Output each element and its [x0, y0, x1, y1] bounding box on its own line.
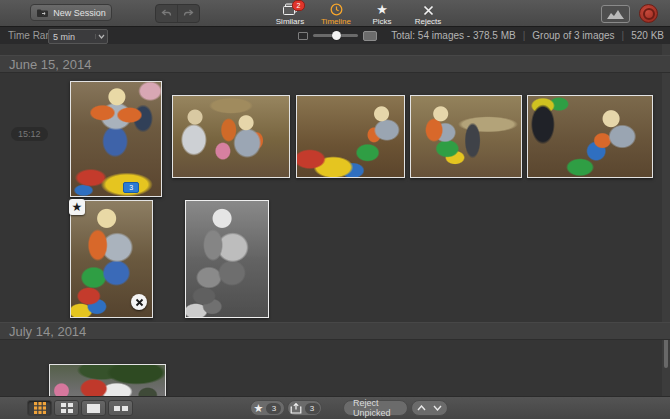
- thumbnail-size-slider: [298, 27, 377, 44]
- photo-thumbnail[interactable]: [527, 95, 653, 178]
- similars-count-badge: 2: [292, 0, 305, 11]
- undo-arrow-icon: [161, 9, 172, 18]
- divider: |: [523, 27, 526, 44]
- view-single-button[interactable]: [81, 400, 106, 416]
- grid-3x3-icon: [34, 402, 46, 414]
- photo-culling-app-window: New Session 2 Similars Time: [0, 0, 670, 419]
- redo-arrow-icon: [183, 9, 194, 18]
- small-thumbnail-icon: [298, 32, 308, 40]
- time-range-value: 5 min: [49, 32, 95, 42]
- star-icon: ★: [254, 401, 264, 415]
- folder-plus-icon: [36, 8, 49, 18]
- picks-star-icon: ★: [376, 1, 388, 16]
- grid-2x2-icon: [61, 403, 73, 413]
- bottom-toolbar: ★ 3 3 Reject Unpicked: [0, 396, 670, 419]
- mode-tabs: 2 Similars Timeline ★ Picks Rejects: [272, 1, 446, 26]
- slider-thumb[interactable]: [332, 31, 341, 40]
- large-thumbnail-icon: [363, 31, 377, 41]
- histogram-panel-button[interactable]: [601, 5, 630, 23]
- picks-count-button[interactable]: ★ 3: [250, 400, 285, 416]
- single-image-icon: [87, 404, 100, 413]
- histogram-icon: [607, 10, 624, 19]
- picked-star-badge[interactable]: ★: [69, 199, 85, 215]
- timestamp-pill: 15:12: [11, 127, 48, 141]
- chevron-down-icon: [433, 405, 442, 411]
- photo-thumbnail[interactable]: [49, 364, 166, 397]
- group-info-text: Group of 3 images: [532, 27, 614, 44]
- slider-track[interactable]: [313, 34, 358, 37]
- group-navigation: [411, 400, 448, 416]
- tab-similars[interactable]: 2 Similars: [272, 1, 308, 26]
- tab-timeline-label: Timeline: [321, 17, 351, 26]
- photo-thumbnail[interactable]: [296, 95, 405, 178]
- app-logo[interactable]: [639, 4, 658, 23]
- undo-redo-group: [155, 4, 200, 23]
- tab-rejects-label: Rejects: [415, 17, 442, 26]
- rejects-x-icon: [423, 1, 434, 16]
- next-group-button[interactable]: [433, 405, 442, 411]
- status-info: Total: 54 images - 378.5 MB | Group of 3…: [391, 27, 664, 44]
- previous-group-button[interactable]: [417, 405, 426, 411]
- view-pairs-button[interactable]: [54, 400, 79, 416]
- tab-timeline[interactable]: Timeline: [318, 1, 354, 26]
- export-icon: [290, 403, 302, 414]
- date-section-header: June 15, 2014: [0, 55, 670, 73]
- picks-count-badge: 3: [266, 403, 281, 414]
- new-session-button[interactable]: New Session: [30, 4, 112, 21]
- reject-x-badge[interactable]: [131, 294, 147, 310]
- time-range-dropdown[interactable]: 5 min: [48, 29, 108, 44]
- compare-images-icon: [114, 406, 128, 411]
- control-bar: Time Range: 5 min Total: 54 images - 378…: [0, 27, 670, 45]
- photo-thumbnail[interactable]: [410, 95, 522, 178]
- photo-thumbnail[interactable]: [185, 200, 269, 318]
- photo-thumbnail[interactable]: 3: [70, 81, 162, 197]
- chevron-down-icon: [95, 34, 107, 39]
- group-size-text: 520 KB: [631, 27, 664, 44]
- tab-picks[interactable]: ★ Picks: [364, 1, 400, 26]
- total-images-text: Total: 54 images - 378.5 MB: [391, 27, 516, 44]
- undo-button[interactable]: [156, 5, 177, 22]
- top-toolbar: New Session 2 Similars Time: [0, 0, 670, 27]
- similars-stack-icon: 2: [282, 1, 298, 16]
- stack-count-badge: 3: [123, 182, 139, 193]
- scrollbar-track[interactable]: [662, 44, 670, 397]
- tab-rejects[interactable]: Rejects: [410, 1, 446, 26]
- redo-button[interactable]: [177, 5, 199, 22]
- view-grid-button[interactable]: [27, 400, 52, 416]
- export-count-button[interactable]: 3: [287, 400, 322, 416]
- new-session-label: New Session: [53, 8, 106, 18]
- photo-thumbnail[interactable]: ★: [70, 200, 153, 318]
- reject-unpicked-button[interactable]: Reject Unpicked: [343, 400, 408, 416]
- date-section-header: July 14, 2014: [0, 322, 670, 340]
- chevron-up-icon: [417, 405, 426, 411]
- photo-thumbnail[interactable]: [172, 95, 290, 178]
- tab-similars-label: Similars: [276, 17, 304, 26]
- view-compare-button[interactable]: [108, 400, 133, 416]
- timeline-clock-icon: [330, 1, 343, 16]
- timeline-content: June 15, 201415:123★July 14, 2014: [0, 44, 670, 397]
- export-count-badge: 3: [305, 403, 320, 414]
- tab-picks-label: Picks: [372, 17, 391, 26]
- divider: |: [622, 27, 625, 44]
- reject-unpicked-label: Reject Unpicked: [353, 398, 398, 418]
